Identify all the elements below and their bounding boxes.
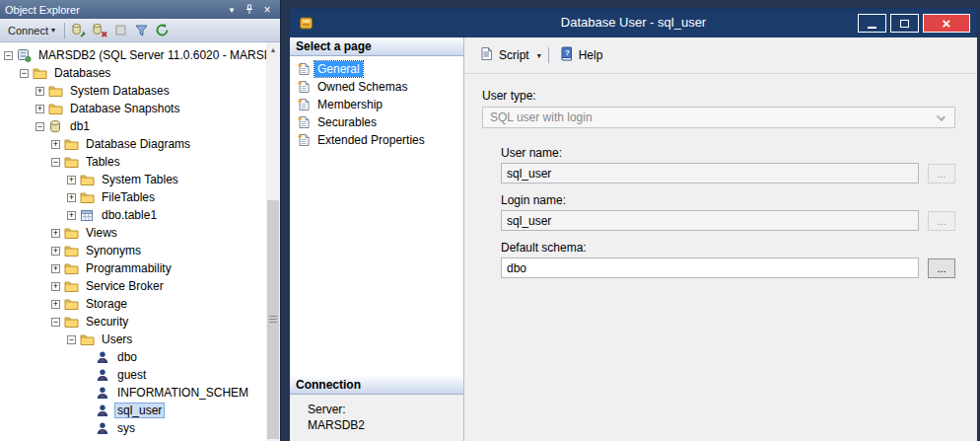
tree-item-sys[interactable]: sys (0, 419, 266, 437)
pin-icon[interactable] (242, 2, 257, 17)
tree-item-database-diagrams[interactable]: +Database Diagrams (0, 135, 266, 153)
page-item-general[interactable]: General (290, 60, 463, 78)
login-name-row: ... (501, 210, 955, 231)
user-name-browse-button[interactable]: ... (928, 164, 955, 184)
scrollbar-thumb[interactable] (267, 200, 279, 439)
page-item-label: Securables (315, 114, 380, 130)
connect-button[interactable]: Connect ▾ (4, 23, 59, 38)
tree-item-label: dbo.table1 (99, 207, 160, 223)
tree-item-label: MARSDB2 (SQL Server 11.0.6020 - MARSD (35, 47, 266, 63)
expand-icon[interactable]: + (51, 282, 60, 291)
expand-icon[interactable]: + (35, 105, 44, 113)
tree-item-system-databases[interactable]: +System Databases (0, 82, 266, 100)
tree-item-label: Storage (83, 296, 130, 312)
expand-icon[interactable]: + (51, 140, 60, 149)
folder-icon (64, 262, 80, 274)
tree-item-programmability[interactable]: +Programmability (0, 259, 266, 277)
expand-icon[interactable]: + (67, 176, 76, 184)
script-icon (479, 46, 494, 64)
object-explorer-titlebar[interactable]: Object Explorer ▾ × (0, 0, 280, 19)
close-button[interactable]: × (923, 14, 970, 33)
folder-icon (64, 227, 80, 239)
window-position-icon[interactable]: ▾ (224, 2, 240, 17)
tree-item-synonyms[interactable]: +Synonyms (0, 242, 266, 259)
connect-database-icon[interactable] (70, 21, 89, 39)
expand-icon[interactable]: + (67, 193, 76, 202)
user-type-combobox[interactable]: SQL user with login (482, 107, 955, 128)
tree-item-users[interactable]: −Users (0, 331, 266, 348)
page-item-extended-properties[interactable]: Extended Properties (290, 131, 463, 149)
close-icon[interactable]: × (259, 2, 275, 17)
page-item-membership[interactable]: Membership (290, 96, 463, 113)
connection-header: Connection (290, 376, 463, 395)
minimize-button[interactable] (858, 14, 886, 33)
tree-item-dbo[interactable]: dbo (0, 348, 266, 366)
page-item-owned-schemas[interactable]: Owned Schemas (290, 78, 463, 96)
tree-item-database-snapshots[interactable]: +Database Snapshots (0, 100, 266, 117)
tree-item-label: Security (83, 314, 131, 330)
tree-scrollbar[interactable]: ▲ (266, 42, 280, 441)
scrollbar-grip-icon (269, 316, 277, 324)
dialog-titlebar[interactable]: Database User - sql_user × (290, 9, 977, 37)
select-a-page-pane: Select a page GeneralOwned SchemasMember… (290, 37, 464, 441)
expand-icon[interactable]: + (51, 300, 60, 309)
tree-item-label: Tables (83, 154, 123, 170)
collapse-icon[interactable]: − (20, 69, 29, 78)
script-dropdown-icon[interactable]: ▾ (537, 51, 541, 60)
user-name-input[interactable] (501, 163, 919, 184)
login-name-input[interactable] (501, 210, 919, 231)
tree-item-information-schem[interactable]: INFORMATION_SCHEM (0, 384, 266, 402)
maximize-icon (900, 20, 909, 28)
stop-icon[interactable] (111, 21, 130, 39)
tree-item-tables[interactable]: −Tables (0, 153, 266, 171)
expand-icon[interactable]: + (51, 264, 60, 273)
tree-item-label: Programmability (83, 260, 175, 276)
collapse-icon[interactable]: − (35, 122, 44, 131)
tree-item-label: Database Snapshots (67, 101, 182, 116)
expand-icon[interactable]: + (35, 87, 44, 96)
tree-item-storage[interactable]: +Storage (0, 295, 266, 313)
svg-text:?: ? (565, 48, 570, 57)
tree-item-guest[interactable]: guest (0, 366, 266, 384)
refresh-icon[interactable] (153, 21, 172, 39)
folder-icon (64, 298, 80, 310)
tree-item-sql-user[interactable]: sql_user (0, 402, 266, 419)
page-item-securables[interactable]: Securables (290, 113, 463, 131)
maximize-button[interactable] (890, 14, 919, 33)
filter-icon[interactable] (132, 21, 151, 39)
scroll-up-icon[interactable]: ▲ (266, 42, 280, 57)
disconnect-icon[interactable] (91, 21, 109, 39)
window-buttons: × (858, 14, 970, 33)
default-schema-browse-button[interactable]: ... (928, 258, 955, 278)
user-icon (96, 350, 111, 364)
tree-item-service-broker[interactable]: +Service Broker (0, 277, 266, 295)
table-icon (80, 209, 96, 222)
collapse-icon[interactable]: − (67, 335, 76, 344)
tree-item-filetables[interactable]: +FileTables (0, 188, 266, 206)
page-icon (297, 80, 311, 94)
tree-item-databases[interactable]: −Databases (0, 64, 266, 82)
expand-icon[interactable]: + (67, 211, 76, 220)
collapse-icon[interactable]: − (4, 51, 13, 60)
expand-icon[interactable]: + (51, 247, 60, 256)
expand-icon[interactable]: + (51, 229, 60, 238)
dialog-main-pane: Script ▾ ? Help User type: SQL user with… (464, 37, 977, 441)
tree-item-label: Database Diagrams (83, 136, 193, 152)
user-icon (96, 404, 111, 417)
dialog-body: Select a page GeneralOwned SchemasMember… (290, 37, 977, 441)
tree-item-dbo-table1[interactable]: +dbo.table1 (0, 206, 266, 224)
script-label: Script (499, 48, 529, 62)
collapse-icon[interactable]: − (51, 318, 60, 327)
help-button[interactable]: ? Help (556, 43, 606, 67)
tree-item-db1[interactable]: −db1 (0, 117, 266, 135)
tree-item-marsdb2-sql-server-11-0-6020-marsd[interactable]: −MARSDB2 (SQL Server 11.0.6020 - MARSD (0, 46, 266, 64)
object-explorer-title: Object Explorer (5, 4, 222, 16)
tree-item-security[interactable]: −Security (0, 313, 266, 331)
login-name-browse-button[interactable]: ... (928, 211, 955, 231)
tree-item-views[interactable]: +Views (0, 224, 266, 242)
collapse-icon[interactable]: − (51, 158, 60, 167)
default-schema-input[interactable] (501, 257, 919, 278)
tree-item-system-tables[interactable]: +System Tables (0, 171, 266, 188)
script-button[interactable]: Script (476, 43, 532, 67)
close-icon: × (943, 17, 951, 31)
